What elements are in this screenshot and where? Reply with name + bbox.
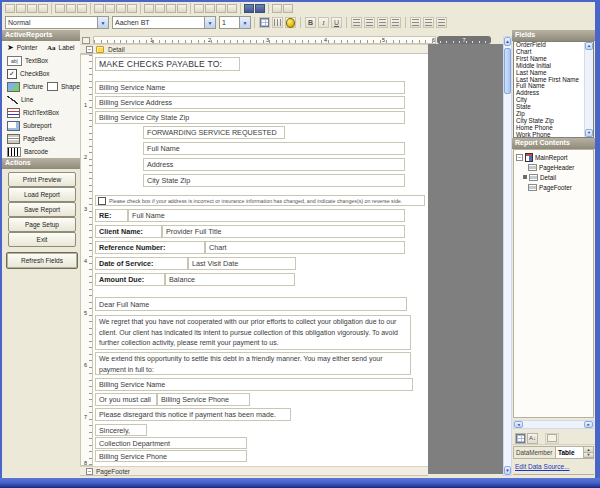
font-size-combo[interactable]: 1 ▼: [219, 16, 251, 29]
edit-data-source-link[interactable]: Edit Data Source...: [515, 463, 570, 470]
pagefooter-band-header[interactable]: − PageFooter: [80, 466, 428, 476]
align-justify-icon[interactable]: [390, 17, 401, 28]
layout-toolbar-icon[interactable]: [94, 4, 104, 13]
field-list-item[interactable]: Middle Initial: [514, 63, 585, 70]
tree-node-detail[interactable]: Detail: [514, 172, 593, 182]
field-list-item[interactable]: Full Name: [514, 83, 585, 90]
tree-horizontal-scrollbar[interactable]: ◄ ►: [513, 420, 594, 429]
layout-toolbar-icon[interactable]: [283, 4, 293, 13]
label-client-name[interactable]: Client Name:: [95, 225, 162, 238]
field-list-item[interactable]: Chart: [514, 49, 585, 56]
layout-toolbar-icon[interactable]: [77, 4, 87, 13]
scroll-down-icon[interactable]: ▼: [585, 129, 593, 137]
tool-subreport[interactable]: Subreport: [7, 121, 52, 131]
decrease-indent-icon[interactable]: [423, 17, 434, 28]
collapse-icon[interactable]: −: [86, 468, 93, 475]
scroll-up-icon[interactable]: ▲: [504, 37, 511, 46]
load-report-button[interactable]: Load Report: [8, 187, 76, 202]
tool-label[interactable]: Aa Label: [47, 44, 74, 52]
scrollbar-thumb[interactable]: [504, 48, 511, 94]
font-combo[interactable]: Aachen BT ▼: [112, 16, 216, 29]
detail-band-header[interactable]: − Detail: [80, 44, 428, 54]
field-billing-service-phone-2[interactable]: Billing Service Phone: [95, 450, 247, 462]
italic-button[interactable]: I: [318, 17, 329, 28]
label-re[interactable]: RE:: [95, 209, 128, 222]
layout-toolbar-icon[interactable]: [127, 4, 137, 13]
label-reference-number[interactable]: Reference Number:: [95, 241, 205, 254]
field-list-item[interactable]: Address: [514, 90, 585, 97]
page-setup-button[interactable]: Page Setup: [8, 217, 76, 232]
print-preview-button[interactable]: Print Preview: [8, 172, 76, 187]
tool-richtextbox[interactable]: RichTextBox: [7, 108, 59, 118]
scroll-right-icon[interactable]: ►: [584, 421, 593, 428]
property-value[interactable]: Table: [556, 447, 583, 458]
layout-toolbar-icon[interactable]: [255, 4, 265, 13]
fields-list-scrollbar[interactable]: ▲ ▼: [584, 42, 593, 137]
layout-toolbar-icon[interactable]: [205, 4, 215, 13]
layout-toolbar-icon[interactable]: [166, 4, 176, 13]
field-address[interactable]: Address: [143, 158, 405, 171]
categorized-icon[interactable]: [515, 433, 526, 444]
layout-toolbar-icon[interactable]: [227, 4, 237, 13]
field-full-name[interactable]: Full Name: [143, 142, 405, 155]
refresh-fields-button[interactable]: Refresh Fields: [6, 252, 78, 269]
tree-node-mainreport[interactable]: − MainReport: [514, 152, 593, 162]
layout-toolbar-icon[interactable]: [38, 4, 48, 13]
tool-barcode[interactable]: Barcode: [7, 147, 48, 157]
label-collection-department[interactable]: Collection Department: [95, 437, 247, 449]
report-page-canvas[interactable]: MAKE CHECKS PAYABLE TO: Billing Service …: [93, 54, 428, 466]
align-right-icon[interactable]: [377, 17, 388, 28]
paragraph-extend[interactable]: We extend this opportunity to settle thi…: [95, 352, 411, 375]
collapse-icon[interactable]: −: [86, 46, 93, 53]
align-left-icon[interactable]: [351, 17, 362, 28]
scroll-down-icon[interactable]: ▼: [504, 466, 511, 475]
align-center-icon[interactable]: [364, 17, 375, 28]
layout-toolbar-icon[interactable]: [272, 4, 282, 13]
layout-toolbar-icon[interactable]: [144, 4, 154, 13]
field-list-item[interactable]: City: [514, 97, 585, 104]
layout-toolbar-icon[interactable]: [105, 4, 115, 13]
checkbox-address-note[interactable]: Please check box if your address is inco…: [95, 195, 425, 206]
field-billing-service-name-2[interactable]: Billing Service Name: [95, 378, 413, 391]
field-billing-service-phone[interactable]: Billing Service Phone: [157, 393, 250, 406]
checkbox-icon[interactable]: [98, 197, 106, 205]
label-sincerely[interactable]: Sincerely,: [95, 424, 147, 436]
field-re-full-name[interactable]: Full Name: [128, 209, 405, 222]
scroll-left-icon[interactable]: ◄: [514, 421, 523, 428]
layout-toolbar-icon[interactable]: [177, 4, 187, 13]
label-forwarding-service[interactable]: FORWARDING SERVICE REQUESTED: [143, 126, 285, 139]
field-dear-full-name[interactable]: Dear Full Name: [95, 297, 407, 311]
field-list-item[interactable]: State: [514, 104, 585, 111]
value-spinner[interactable]: ▲▼: [583, 447, 593, 458]
field-chart[interactable]: Chart: [205, 241, 405, 254]
style-combo[interactable]: Normal ▼: [5, 16, 109, 29]
tool-pagebreak[interactable]: PageBreak: [7, 134, 55, 144]
layout-toolbar-icon[interactable]: [55, 4, 65, 13]
tool-picture[interactable]: Picture: [7, 82, 47, 92]
field-list-item[interactable]: Last Name First Name: [514, 77, 585, 84]
chevron-down-icon[interactable]: ▼: [239, 17, 250, 28]
chevron-down-icon[interactable]: ▼: [204, 17, 215, 28]
field-provider-full-title[interactable]: Provider Full Title: [162, 225, 405, 238]
field-balance[interactable]: Balance: [165, 273, 295, 286]
field-list-item[interactable]: OrderField: [514, 42, 585, 49]
layout-toolbar-icon[interactable]: [5, 4, 15, 13]
scroll-up-icon[interactable]: ▲: [585, 42, 593, 50]
spin-down-icon[interactable]: ▼: [584, 453, 593, 459]
field-list-item[interactable]: First Name: [514, 56, 585, 63]
tree-node-pagefooter[interactable]: PageFooter: [514, 182, 593, 192]
property-pages-icon[interactable]: [545, 433, 559, 444]
fill-color-icon[interactable]: [285, 17, 296, 28]
layout-toolbar-icon[interactable]: [244, 4, 254, 13]
field-last-visit-date[interactable]: Last Visit Date: [188, 257, 296, 270]
design-vertical-scrollbar[interactable]: ▲ ▼: [503, 36, 512, 476]
layout-toolbar-icon[interactable]: [116, 4, 126, 13]
field-list-item[interactable]: Home Phone: [514, 125, 585, 132]
increase-indent-icon[interactable]: [436, 17, 447, 28]
layout-toolbar-icon[interactable]: [155, 4, 165, 13]
field-list-item[interactable]: City State Zip: [514, 118, 585, 125]
field-list-item[interactable]: Last Name: [514, 70, 585, 77]
underline-button[interactable]: U: [331, 17, 342, 28]
layout-toolbar-icon[interactable]: [27, 4, 37, 13]
label-or-you-must-call[interactable]: Or you must call: [95, 393, 157, 406]
